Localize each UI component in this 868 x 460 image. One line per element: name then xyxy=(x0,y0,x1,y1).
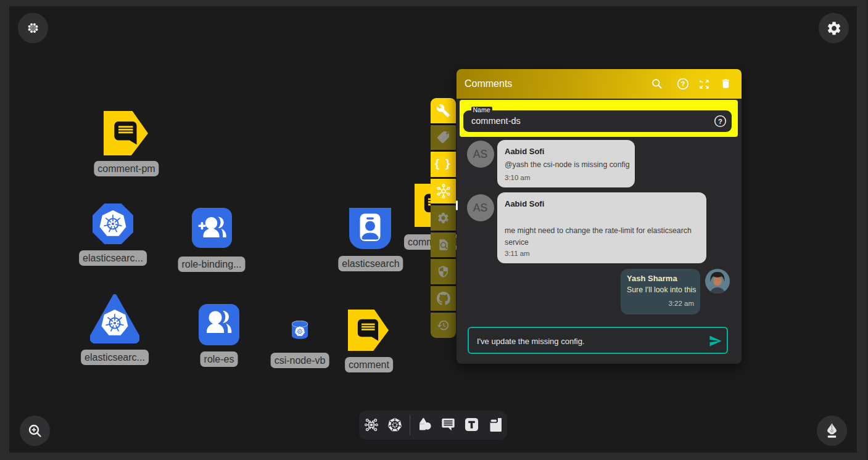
svg-text:?: ? xyxy=(718,117,722,125)
svg-text:?: ? xyxy=(681,80,685,88)
